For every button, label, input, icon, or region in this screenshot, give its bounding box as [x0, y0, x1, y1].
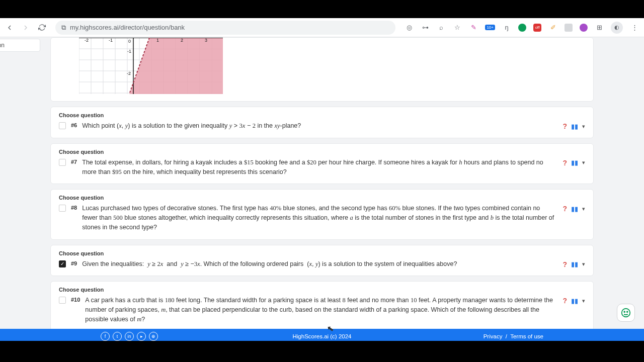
- choose-label: Choose question: [59, 149, 585, 155]
- chat-fab[interactable]: [617, 304, 635, 322]
- sidebar-tab-question[interactable]: Question: [0, 39, 40, 52]
- question-text: Given the inequalities: y ≥ 2x and y ≥ −…: [82, 259, 585, 269]
- question-card-6: Choose question #6 Which point (x, y) is…: [50, 107, 594, 138]
- question-card-9: Choose question ✓ #9 Given the inequalit…: [50, 245, 594, 277]
- question-number: #7: [71, 159, 77, 165]
- question-text: Lucas purchased two types of decorative …: [82, 204, 585, 232]
- window-letterbox-top: [0, 0, 644, 18]
- help-icon[interactable]: ?: [562, 122, 567, 130]
- svg-marker-18: [129, 38, 223, 94]
- help-icon[interactable]: ?: [562, 260, 567, 268]
- svg-point-32: [627, 311, 628, 312]
- question-text: Which point (x, y) is a solution to the …: [82, 121, 585, 131]
- question-tools: ? ▮▮ ▾: [562, 260, 585, 268]
- book-icon[interactable]: ▮▮: [571, 205, 578, 213]
- extension-pencil-icon[interactable]: ✎: [469, 23, 478, 32]
- question-number: #10: [71, 297, 80, 303]
- svg-text:3: 3: [205, 38, 207, 43]
- question-checkbox-7[interactable]: [59, 159, 66, 166]
- extension-grey-icon[interactable]: [565, 24, 573, 32]
- bookmark-star-icon[interactable]: ☆: [453, 23, 462, 32]
- chevron-down-icon[interactable]: ▾: [582, 123, 585, 130]
- choose-label: Choose question: [59, 195, 585, 201]
- sidebar-tab-label: Question: [0, 42, 5, 49]
- book-icon[interactable]: ▮▮: [571, 297, 578, 305]
- choose-label: Choose question: [59, 287, 585, 293]
- password-icon[interactable]: ⊶: [421, 23, 430, 32]
- question-checkbox-6[interactable]: [59, 122, 66, 129]
- youtube-icon[interactable]: ▸: [137, 332, 146, 341]
- book-icon[interactable]: ▮▮: [571, 159, 578, 166]
- question-tools: ? ▮▮ ▾: [562, 297, 585, 305]
- chevron-down-icon[interactable]: ▾: [582, 298, 585, 304]
- social-links: f t in ▸ ⊕: [101, 332, 158, 341]
- reload-button[interactable]: [37, 23, 46, 32]
- terms-link[interactable]: Terms of use: [510, 333, 543, 339]
- facebook-icon[interactable]: f: [101, 332, 110, 341]
- question-card-graph: -2 -1 0 1 2 3 -1 -2: [50, 37, 594, 102]
- chevron-down-icon[interactable]: ▾: [582, 261, 585, 267]
- book-icon[interactable]: ▮▮: [571, 260, 578, 268]
- book-icon[interactable]: ▮▮: [571, 123, 578, 130]
- forward-button[interactable]: [21, 23, 30, 32]
- question-number: #6: [71, 122, 77, 128]
- extension-badge-10[interactable]: 10+: [485, 25, 495, 30]
- choose-label: Choose question: [59, 250, 585, 256]
- question-card-7: Choose question #7 The total expense, in…: [50, 143, 594, 185]
- question-card-8: Choose question #8 Lucas purchased two t…: [50, 189, 594, 239]
- question-tools: ? ▮▮ ▾: [562, 159, 585, 167]
- question-checkbox-9[interactable]: ✓: [59, 260, 66, 267]
- linkedin-icon[interactable]: in: [125, 332, 134, 341]
- question-text: The total expense, in dollars, for hirin…: [82, 158, 585, 177]
- zoom-icon[interactable]: ⌕: [437, 23, 446, 32]
- extensions-puzzle-icon[interactable]: ⊞: [595, 23, 604, 32]
- address-bar[interactable]: ⧉ my.highscores.ai/director/question/ban…: [55, 21, 395, 35]
- question-card-10: Choose question #10 A car park has a cur…: [50, 281, 594, 331]
- profile-avatar[interactable]: ◐: [611, 22, 623, 34]
- question-number: #8: [71, 205, 77, 211]
- privacy-link[interactable]: Privacy: [484, 333, 503, 339]
- help-icon[interactable]: ?: [562, 205, 567, 213]
- page-body: Question: [0, 37, 644, 344]
- extension-green-icon[interactable]: [518, 24, 526, 32]
- svg-point-30: [622, 309, 630, 317]
- svg-text:0: 0: [128, 39, 131, 44]
- svg-text:1: 1: [156, 38, 159, 43]
- extension-nl-icon[interactable]: ŋ: [502, 23, 511, 32]
- location-icon[interactable]: ◎: [405, 23, 414, 32]
- inequality-graph: -2 -1 0 1 2 3 -1 -2: [79, 38, 223, 94]
- back-button[interactable]: [5, 23, 14, 32]
- footer-copyright: HighScores.ai (c) 2024: [293, 333, 352, 339]
- svg-point-31: [624, 311, 625, 312]
- footer-links: Privacy / Terms of use: [484, 333, 543, 339]
- chevron-down-icon[interactable]: ▾: [582, 206, 585, 212]
- question-checkbox-8[interactable]: [59, 205, 66, 212]
- svg-text:2: 2: [181, 38, 183, 43]
- svg-text:-1: -1: [127, 49, 131, 54]
- choose-label: Choose question: [59, 112, 585, 118]
- twitter-icon[interactable]: t: [113, 332, 122, 341]
- window-letterbox-bottom: [0, 341, 644, 344]
- svg-text:-2: -2: [85, 38, 89, 43]
- extension-purple-icon[interactable]: [580, 24, 588, 32]
- question-tools: ? ▮▮ ▾: [562, 122, 585, 130]
- extension-off-icon[interactable]: off: [533, 24, 541, 32]
- help-icon[interactable]: ?: [562, 159, 567, 167]
- web-icon[interactable]: ⊕: [149, 332, 158, 341]
- kebab-menu-icon[interactable]: ⋮: [630, 23, 639, 32]
- help-icon[interactable]: ?: [562, 297, 567, 305]
- svg-text:-2: -2: [127, 71, 131, 76]
- question-number: #9: [71, 260, 77, 266]
- question-text: A car park has a curb that is 180 feet l…: [85, 296, 585, 324]
- question-checkbox-10[interactable]: [59, 297, 66, 304]
- site-info-icon[interactable]: ⧉: [61, 24, 66, 32]
- url-text: my.highscores.ai/director/question/bank: [70, 24, 185, 31]
- svg-text:-1: -1: [109, 38, 113, 43]
- browser-chrome: ⧉ my.highscores.ai/director/question/ban…: [0, 18, 644, 37]
- question-tools: ? ▮▮ ▾: [562, 205, 585, 213]
- extension-brush-icon[interactable]: ✐: [548, 23, 557, 32]
- chevron-down-icon[interactable]: ▾: [582, 159, 585, 166]
